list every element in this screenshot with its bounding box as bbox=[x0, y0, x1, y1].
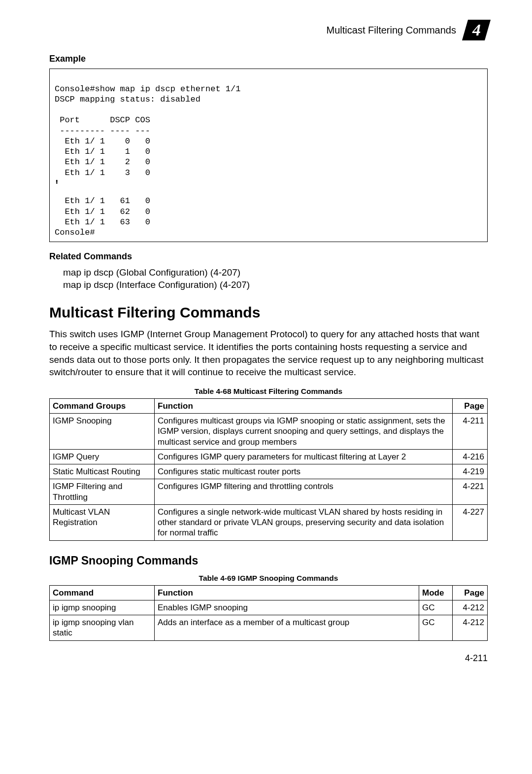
example-code-block: Console#show map ip dscp ethernet 1/1 DS… bbox=[49, 69, 488, 242]
cell-page: 4-212 bbox=[453, 615, 488, 641]
table-row: Multicast VLAN Registration Configures a… bbox=[50, 504, 488, 540]
related-item: map ip dscp (Global Configuration) (4-20… bbox=[63, 267, 488, 279]
cell-function: Configures multicast groups via IGMP sno… bbox=[155, 414, 453, 450]
main-heading: Multicast Filtering Commands bbox=[49, 303, 488, 322]
cell-function: Adds an interface as a member of a multi… bbox=[155, 615, 419, 641]
header-title: Multicast Filtering Commands bbox=[327, 24, 456, 36]
table-igmp-snooping: Command Function Mode Page ip igmp snoop… bbox=[49, 585, 488, 641]
table-row: ip igmp snooping Enables IGMP snooping G… bbox=[50, 600, 488, 615]
related-commands-list: map ip dscp (Global Configuration) (4-20… bbox=[63, 267, 488, 291]
cell-command: ip igmp snooping vlan static bbox=[50, 615, 155, 641]
cell-page: 4-227 bbox=[453, 504, 488, 540]
table-header-row: Command Function Mode Page bbox=[50, 585, 488, 600]
chapter-number: 4 bbox=[472, 19, 481, 41]
cell-function: Enables IGMP snooping bbox=[155, 600, 419, 615]
table-header-row: Command Groups Function Page bbox=[50, 398, 488, 413]
cell-command: ip igmp snooping bbox=[50, 600, 155, 615]
cell-mode: GC bbox=[419, 615, 453, 641]
cell-cmdgroup: IGMP Filtering and Throttling bbox=[50, 479, 155, 505]
cell-cmdgroup: IGMP Snooping bbox=[50, 414, 155, 450]
cell-cmdgroup: Multicast VLAN Registration bbox=[50, 504, 155, 540]
related-item: map ip dscp (Interface Configuration) (4… bbox=[63, 279, 488, 291]
th-page: Page bbox=[453, 585, 488, 600]
cell-cmdgroup: IGMP Query bbox=[50, 449, 155, 464]
related-label: Related Commands bbox=[49, 251, 488, 262]
code-bottom: Eth 1/ 1 61 0 Eth 1/ 1 62 0 Eth 1/ 1 63 … bbox=[55, 196, 150, 237]
page-header: Multicast Filtering Commands 4 bbox=[49, 20, 488, 40]
cell-page: 4-219 bbox=[453, 464, 488, 479]
cell-function: Configures static multicast router ports bbox=[155, 464, 453, 479]
cell-cmdgroup: Static Multicast Routing bbox=[50, 464, 155, 479]
intro-paragraph: This switch uses IGMP (Internet Group Ma… bbox=[49, 328, 488, 379]
code-top: Console#show map ip dscp ethernet 1/1 DS… bbox=[55, 84, 240, 177]
table-row: IGMP Query Configures IGMP query paramet… bbox=[50, 449, 488, 464]
th-mode: Mode bbox=[419, 585, 453, 600]
th-function: Function bbox=[155, 398, 453, 413]
cell-page: 4-212 bbox=[453, 600, 488, 615]
th-command: Command bbox=[50, 585, 155, 600]
cell-function: Configures IGMP query parameters for mul… bbox=[155, 449, 453, 464]
cell-page: 4-216 bbox=[453, 449, 488, 464]
table69-caption: Table 4-69 IGMP Snooping Commands bbox=[49, 573, 488, 583]
table-multicast-filtering: Command Groups Function Page IGMP Snoopi… bbox=[49, 398, 488, 541]
table-row: Static Multicast Routing Configures stat… bbox=[50, 464, 488, 479]
cell-page: 4-221 bbox=[453, 479, 488, 505]
th-command-groups: Command Groups bbox=[50, 398, 155, 413]
th-function: Function bbox=[155, 585, 419, 600]
cell-function: Configures IGMP filtering and throttling… bbox=[155, 479, 453, 505]
table-row: ip igmp snooping vlan static Adds an int… bbox=[50, 615, 488, 641]
example-label: Example bbox=[49, 53, 488, 65]
sub-heading: IGMP Snooping Commands bbox=[49, 554, 488, 568]
table-row: IGMP Snooping Configures multicast group… bbox=[50, 414, 488, 450]
table-row: IGMP Filtering and Throttling Configures… bbox=[50, 479, 488, 505]
chapter-badge: 4 bbox=[462, 20, 491, 40]
cell-mode: GC bbox=[419, 600, 453, 615]
page-number: 4-211 bbox=[49, 653, 488, 664]
th-page: Page bbox=[453, 398, 488, 413]
cell-page: 4-211 bbox=[453, 414, 488, 450]
ellipsis-icon: ●●● bbox=[56, 180, 482, 183]
cell-function: Configures a single network-wide multica… bbox=[155, 504, 453, 540]
table68-caption: Table 4-68 Multicast Filtering Commands bbox=[49, 387, 488, 396]
